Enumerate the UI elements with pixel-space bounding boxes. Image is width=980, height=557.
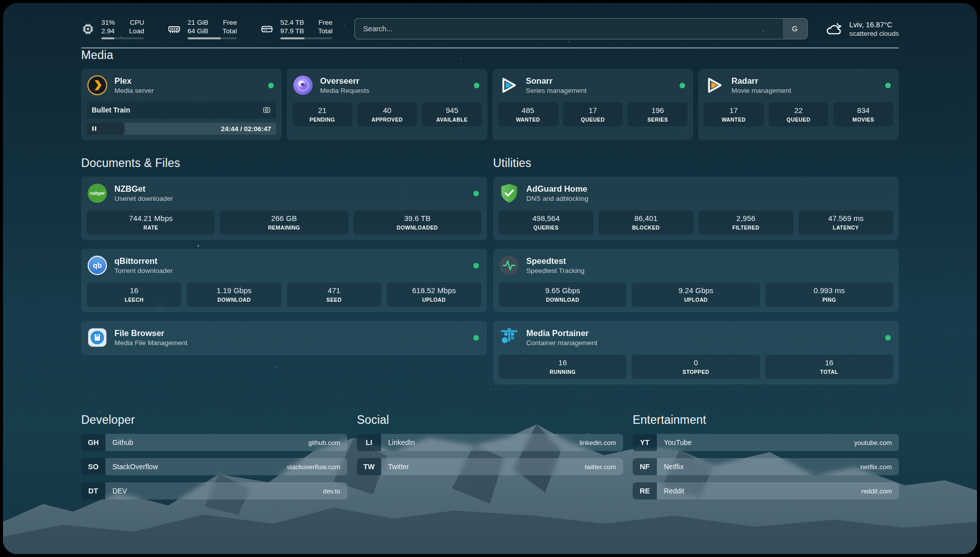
adguard-icon <box>499 183 520 204</box>
stat-label: DOWNLOAD <box>500 296 626 303</box>
filebrowser-icon <box>87 327 108 348</box>
service-header: File BrowserMedia File Management <box>87 325 481 350</box>
service-subtitle: Usenet downloader <box>114 194 173 203</box>
stat-value: 945 <box>423 105 481 115</box>
stat-value: 39.6 TB <box>354 213 480 223</box>
service-card-sonarr[interactable]: SonarrSeries management485WANTED17QUEUED… <box>493 69 693 140</box>
stat-value: 21 <box>293 105 351 115</box>
service-header: AdGuard HomeDNS and adblocking <box>499 181 893 205</box>
stat-label: RUNNING <box>500 368 626 375</box>
stat-value: 9.24 Gbps <box>633 286 759 295</box>
bookmark-url: youtube.com <box>854 439 892 447</box>
bookmark-abbr: GH <box>81 434 105 451</box>
bookmark-body: Twittertwitter.com <box>381 458 623 475</box>
bookmark-linkedin[interactable]: LILinkedInlinkedin.com <box>357 434 623 451</box>
service-subtitle: Torrent downloader <box>114 266 173 275</box>
bookmark-abbr: RE <box>633 482 657 499</box>
stat-label: LATENCY <box>800 224 892 231</box>
service-stats: 498,564QUERIES86,401BLOCKED2,956FILTERED… <box>499 210 893 235</box>
bookmark-name: StackOverflow <box>112 463 158 471</box>
stat-queued: 22QUEUED <box>769 102 829 127</box>
bookmark-reddit[interactable]: RERedditreddit.com <box>633 482 899 499</box>
resource-label: CPU <box>129 18 144 27</box>
stat-upload: 9.24 GbpsUPLOAD <box>632 283 760 307</box>
service-card-adguard-home[interactable]: AdGuard HomeDNS and adblocking498,564QUE… <box>493 177 899 240</box>
dashboard-page: 31%2.94CPULoad21 GiB64 GiBFreeTotal52.4 … <box>3 3 977 554</box>
resource-progress-fill <box>188 37 221 39</box>
disk-icon <box>260 22 274 36</box>
bookmark-github[interactable]: GHGithubgithub.com <box>81 434 347 451</box>
resource-progress-fill <box>101 37 114 39</box>
weather-widget: Lviv, 16.87°C scattered clouds <box>825 20 899 38</box>
stat-value: 16 <box>500 358 626 367</box>
view-icon <box>262 105 271 115</box>
resource-progress-bar <box>188 37 237 39</box>
service-header: qbqBittorrentTorrent downloader <box>87 253 481 277</box>
bookmark-twitter[interactable]: TWTwittertwitter.com <box>357 458 623 475</box>
resource-value-column: 31%2.94 <box>101 18 115 35</box>
resource-label-column: FreeTotal <box>318 18 333 35</box>
service-name: AdGuard Home <box>526 184 588 194</box>
documents-column: Documents & Files nzbgetNZBGetUsenet dow… <box>81 156 487 355</box>
svg-text:qb: qb <box>93 261 102 269</box>
stat-ping: 0.993 msPING <box>765 283 893 307</box>
stat-value: 0 <box>633 358 759 367</box>
bookmark-dev[interactable]: DTDEVdev.to <box>81 482 347 499</box>
stat-label: SEED <box>288 296 381 303</box>
search-input[interactable] <box>355 19 782 39</box>
service-text: Media PortainerContainer management <box>526 328 597 347</box>
stat-label: STOPPED <box>633 368 759 375</box>
stat-value: 17 <box>564 105 622 115</box>
stat-label: WANTED <box>705 116 763 123</box>
qbittorrent-icon: qb <box>87 255 108 276</box>
stat-label: UPLOAD <box>388 296 480 303</box>
bookmark-netflix[interactable]: NFNetflixnetflix.com <box>633 458 899 475</box>
service-header: SpeedtestSpeedtest Tracking <box>499 253 893 277</box>
bookmark-name: Github <box>112 438 133 447</box>
service-text: OverseerrMedia Requests <box>320 76 370 95</box>
stat-filtered: 2,956FILTERED <box>699 210 793 235</box>
resource-value-column: 21 GiB64 GiB <box>188 18 208 35</box>
service-card-file-browser[interactable]: File BrowserMedia File Management <box>81 321 487 355</box>
service-text: qBittorrentTorrent downloader <box>114 256 173 275</box>
resource-label-column: FreeTotal <box>222 18 237 35</box>
stat-stopped: 0STOPPED <box>632 355 760 379</box>
service-stats: 485WANTED17QUEUED196SERIES <box>498 102 688 127</box>
resource-value: 2.94 <box>101 27 115 35</box>
bookmark-stackoverflow[interactable]: SOStackOverflowstackoverflow.com <box>81 458 347 475</box>
service-name: NZBGet <box>114 184 173 194</box>
pause-icon[interactable] <box>91 126 97 132</box>
service-stats: 9.65 GbpsDOWNLOAD9.24 GbpsUPLOAD0.993 ms… <box>499 283 893 307</box>
service-card-speedtest[interactable]: SpeedtestSpeedtest Tracking9.65 GbpsDOWN… <box>493 249 899 312</box>
bookmark-youtube[interactable]: YTYouTubeyoutube.com <box>633 434 899 451</box>
stat-label: DOWNLOAD <box>188 296 280 303</box>
service-stats: 16RUNNING0STOPPED16TOTAL <box>499 355 893 379</box>
bookmark-group-developer: DeveloperGHGithubgithub.comSOStackOverfl… <box>81 413 347 499</box>
utilities-column: Utilities AdGuard HomeDNS and adblocking… <box>493 156 899 384</box>
resource-value-column: 52.4 TB97.9 TB <box>280 18 304 35</box>
overseerr-icon <box>292 75 314 96</box>
service-card-media-portainer[interactable]: Media PortainerContainer management16RUN… <box>493 321 899 384</box>
service-card-qbittorrent[interactable]: qbqBittorrentTorrent downloader16LEECH1.… <box>81 249 487 312</box>
memory-widget: 21 GiB64 GiBFreeTotal <box>167 18 237 39</box>
now-playing-row: Bullet Train <box>87 101 276 119</box>
stat-label: QUEUED <box>770 116 828 123</box>
stat-label: QUERIES <box>500 224 592 231</box>
service-card-plex[interactable]: PlexMedia serverBullet Train24:44 / 02:0… <box>81 69 282 140</box>
bookmark-url: netflix.com <box>861 463 892 471</box>
service-subtitle: Media Requests <box>320 86 370 95</box>
svg-text:nzbget: nzbget <box>90 191 105 196</box>
stat-label: LEECH <box>88 296 180 303</box>
service-name: Media Portainer <box>526 328 597 338</box>
status-dot-online <box>268 83 274 88</box>
stat-value: 485 <box>499 105 557 115</box>
bookmark-body: Githubgithub.com <box>105 434 347 451</box>
stat-value: 618.52 Mbps <box>388 286 480 295</box>
service-card-nzbget[interactable]: nzbgetNZBGetUsenet downloader744.21 Mbps… <box>81 177 487 240</box>
status-dot-online <box>474 83 479 88</box>
service-card-overseerr[interactable]: OverseerrMedia Requests21PENDING40APPROV… <box>287 69 487 140</box>
search-provider-button[interactable]: G <box>783 19 807 39</box>
stat-value: 196 <box>629 105 687 115</box>
service-card-radarr[interactable]: RadarrMovie management17WANTED22QUEUED83… <box>698 69 899 140</box>
bookmark-group-title: Developer <box>81 413 347 427</box>
